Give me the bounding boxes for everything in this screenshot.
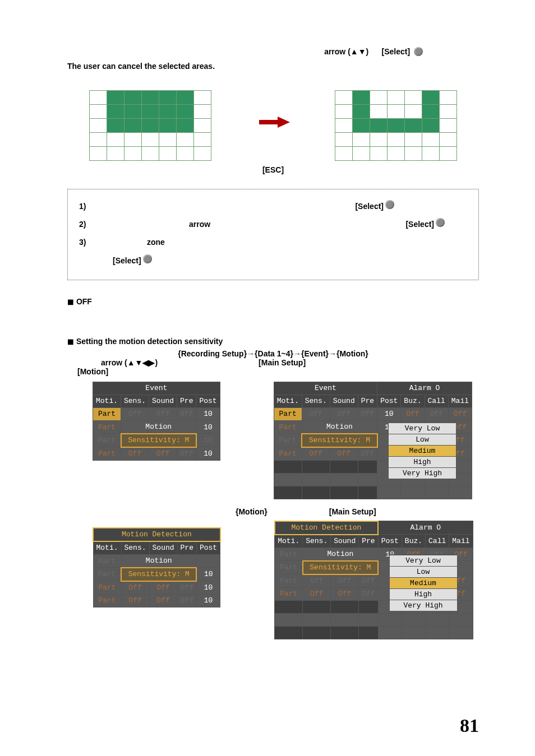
cancel-areas-text: The user can cancel the selected areas. <box>67 62 479 71</box>
motion-grid-before <box>89 90 211 161</box>
step-3-select: [Select] <box>113 252 141 270</box>
step-1-select: [Select] <box>355 197 384 215</box>
step-2-num: 2) <box>79 215 99 233</box>
motion-bracket-label: [Motion] <box>77 367 479 376</box>
select-label-top: [Select] <box>382 47 411 56</box>
arrow-updown-label: arrow (▲▼) <box>324 47 368 56</box>
motiondet-table-small: Motion Detection Moti.Sens.SoundPrePost … <box>93 527 221 607</box>
select-icon <box>436 218 445 227</box>
page-number: 81 <box>460 715 479 736</box>
select-icon <box>414 47 423 56</box>
select-icon <box>143 254 152 263</box>
main-setup-label: [Main Setup] <box>259 358 306 367</box>
menu-path: {Recording Setup}→{Data 1~4}→{Event}→{Mo… <box>67 349 479 358</box>
motion-grid-after <box>335 90 457 161</box>
step-2-select: [Select] <box>405 215 434 233</box>
arrow-right-icon <box>278 117 290 128</box>
arrow-4dir-label: arrow (▲▼◀▶) <box>101 358 158 367</box>
main-setup-label-pair: [Main Setup] <box>329 507 376 516</box>
motion-label-pair: {Motion} <box>236 507 268 516</box>
steps-box: 1) [Select] 2) arrow [Select] 3) zone [S… <box>67 189 479 280</box>
sensitivity-dropdown-1[interactable]: Very Low Low Medium High Very High <box>388 422 456 479</box>
step-1-num: 1) <box>79 197 99 215</box>
select-icon <box>385 200 394 209</box>
sensitivity-heading: Setting the motion detection sensitivity <box>76 337 223 346</box>
step-3-zone: zone <box>147 233 165 251</box>
esc-label: [ESC] <box>67 165 479 174</box>
sensitivity-dropdown-2[interactable]: Very Low Low Medium High Very High <box>389 554 458 611</box>
step-2-arrow: arrow <box>189 215 210 233</box>
step-3-num: 3) <box>79 233 99 251</box>
event-table-small: Event Moti.Sens.Sound PrePost PartOffOff… <box>93 382 220 461</box>
off-heading: OFF <box>76 297 92 306</box>
